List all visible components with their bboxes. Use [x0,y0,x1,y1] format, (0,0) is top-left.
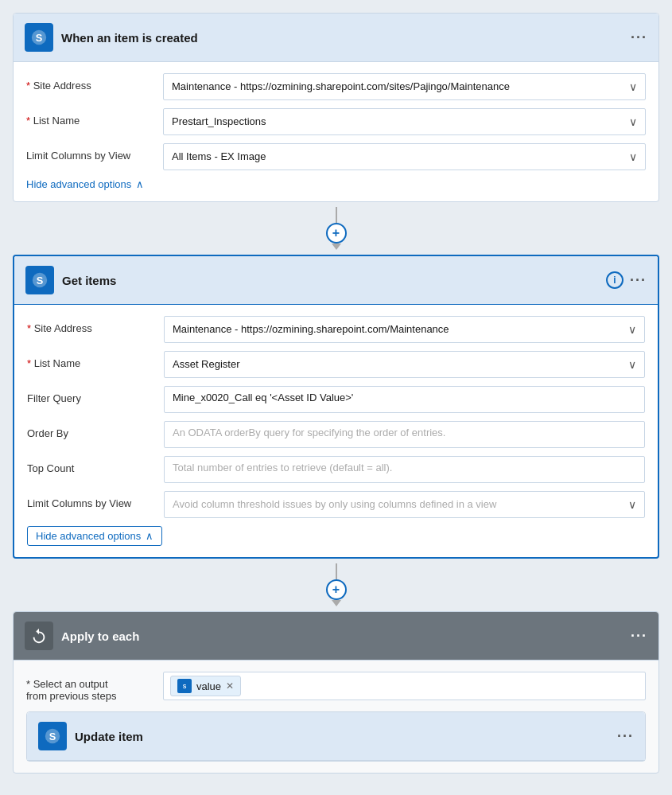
card3-actions: ··· [631,628,647,645]
card2-top-count-input[interactable]: Total number of entries to retrieve (def… [164,456,645,483]
connector1-plus-button[interactable]: + [326,223,347,244]
svg-text:S: S [183,684,187,689]
card2-title: Get items [62,274,598,287]
card1-hide-advanced-chevron: ∧ [136,178,144,190]
card1-limit-columns-value: All Items - EX Image [172,150,623,164]
card1-hide-advanced-text: Hide advanced options [26,178,131,190]
card-apply-to-each: Apply to each ··· * Select an output fro… [13,611,659,774]
card4-sharepoint-icon: S [38,722,67,750]
card3-header: Apply to each ··· [14,612,658,661]
card1-limit-columns-chevron: ∨ [629,150,637,163]
card1-limit-columns-label: Limit Columns by View [26,143,153,162]
card1-limit-columns-row: Limit Columns by View All Items - EX Ima… [26,143,646,170]
card3-body: * Select an output from previous steps S… [14,661,658,773]
card1-list-name-select[interactable]: Prestart_Inspections ∨ [163,108,646,135]
card2-list-name-select[interactable]: Asset Register ∨ [164,351,645,378]
connector2: + [13,559,659,611]
card-get-items: S Get items i ··· Site Address Maintenan… [13,255,659,559]
card3-value-input[interactable]: S value ✕ [163,672,646,700]
card2-actions: i ··· [606,271,647,289]
card2-list-name-label: List Name [27,351,154,369]
card2-site-address-select[interactable]: Maintenance - https://ozmining.sharepoin… [164,316,645,343]
card1-actions: ··· [631,29,647,46]
card1-title: When an item is created [61,31,623,45]
card2-list-name-control: Asset Register ∨ [164,351,645,378]
card2-filter-query-row: Filter Query Mine_x0020_Call eq '<Asset … [27,386,645,413]
card2-hide-advanced-text: Hide advanced options [36,530,141,542]
card1-site-address-control: Maintenance - https://ozmining.sharepoin… [163,73,646,100]
card2-site-address-row: Site Address Maintenance - https://ozmin… [27,316,645,343]
card2-limit-columns-select[interactable]: Avoid column threshold issues by only us… [164,491,645,518]
card2-top-count-placeholder: Total number of entries to retrieve (def… [173,462,392,473]
card3-value-tag: S value ✕ [170,676,241,696]
card1-body: Site Address Maintenance - https://ozmin… [14,62,658,201]
card2-sharepoint-icon: S [25,266,54,294]
card1-list-name-chevron: ∨ [629,115,637,128]
card3-select-output-row: * Select an output from previous steps S… [26,672,646,702]
card2-list-name-row: List Name Asset Register ∨ [27,351,645,378]
card1-limit-columns-select[interactable]: All Items - EX Image ∨ [163,143,646,170]
card1-limit-columns-control: All Items - EX Image ∨ [163,143,646,170]
card2-hide-advanced-button[interactable]: Hide advanced options ∧ [27,526,162,546]
card1-site-address-label: Site Address [26,73,153,92]
card1-header: S When an item is created ··· [14,14,658,62]
card1-more-button[interactable]: ··· [631,29,647,46]
card2-order-by-row: Order By An ODATA orderBy query for spec… [27,421,645,448]
card2-list-name-chevron: ∨ [628,358,636,371]
card2-order-by-control: An ODATA orderBy query for specifying th… [164,421,645,448]
card4-actions: ··· [617,728,634,745]
card3-loop-icon [25,622,53,650]
card1-list-name-label: List Name [26,108,153,127]
card1-site-address-row: Site Address Maintenance - https://ozmin… [26,73,646,100]
card2-filter-query-label: Filter Query [27,386,154,404]
card3-select-output-control: S value ✕ [163,672,646,700]
card2-site-address-label: Site Address [27,316,154,334]
card2-header: S Get items i ··· [14,256,658,305]
connector1-top-line [336,207,337,223]
card2-top-count-label: Top Count [27,456,154,474]
card3-title: Apply to each [61,629,623,643]
card2-limit-columns-row: Limit Columns by View Avoid column thres… [27,491,645,518]
svg-text:S: S [36,32,43,44]
card2-order-by-input[interactable]: An ODATA orderBy query for specifying th… [164,421,645,448]
card4-more-button[interactable]: ··· [617,728,634,745]
connector1: + [13,202,659,255]
card1-site-address-value: Maintenance - https://ozmining.sharepoin… [172,80,623,94]
card2-more-button[interactable]: ··· [630,272,647,289]
card1-site-address-chevron: ∨ [629,80,637,93]
connector2-plus-button[interactable]: + [326,579,347,600]
svg-text:S: S [37,275,44,286]
card2-site-address-chevron: ∨ [628,323,636,336]
card1-hide-advanced[interactable]: Hide advanced options ∧ [26,178,646,190]
card2-limit-columns-control: Avoid column threshold issues by only us… [164,491,645,518]
card1-sharepoint-icon: S [25,23,53,52]
card3-tag-value-text: value [196,680,221,692]
card2-body: Site Address Maintenance - https://ozmin… [14,305,658,557]
card2-site-address-value: Maintenance - https://ozmining.sharepoin… [173,322,622,337]
card2-hide-advanced-chevron: ∧ [146,530,153,542]
card2-list-name-value: Asset Register [173,357,622,372]
card2-filter-query-input[interactable]: Mine_x0020_Call eq '<Asset ID Value>' [164,386,645,413]
card2-site-address-control: Maintenance - https://ozmining.sharepoin… [164,316,645,343]
connector2-arrow [332,600,341,606]
card3-tag-close-button[interactable]: ✕ [226,680,234,692]
connector2-top-line [336,563,337,579]
card4-header: S Update item ··· [27,712,645,761]
card1-list-name-row: List Name Prestart_Inspections ∨ [26,108,646,135]
card-when-item-created: S When an item is created ··· Site Addre… [13,13,659,202]
card2-hide-advanced[interactable]: Hide advanced options ∧ [27,526,645,546]
connector1-arrow [332,244,341,250]
card2-filter-query-control: Mine_x0020_Call eq '<Asset ID Value>' [164,386,645,413]
card2-info-button[interactable]: i [606,271,623,289]
card2-limit-columns-chevron: ∨ [628,498,636,511]
card3-more-button[interactable]: ··· [631,628,647,645]
card-update-item: S Update item ··· [26,711,646,762]
card1-list-name-value: Prestart_Inspections [172,115,623,129]
card2-top-count-control: Total number of entries to retrieve (def… [164,456,645,483]
card3-tag-sharepoint-icon: S [177,679,192,693]
card2-limit-columns-placeholder: Avoid column threshold issues by only us… [173,497,622,512]
card3-select-output-label: * Select an output from previous steps [26,672,153,702]
card4-title: Update item [75,730,609,743]
card1-site-address-select[interactable]: Maintenance - https://ozmining.sharepoin… [163,73,646,100]
card1-hide-advanced-link[interactable]: Hide advanced options ∧ [26,178,646,190]
